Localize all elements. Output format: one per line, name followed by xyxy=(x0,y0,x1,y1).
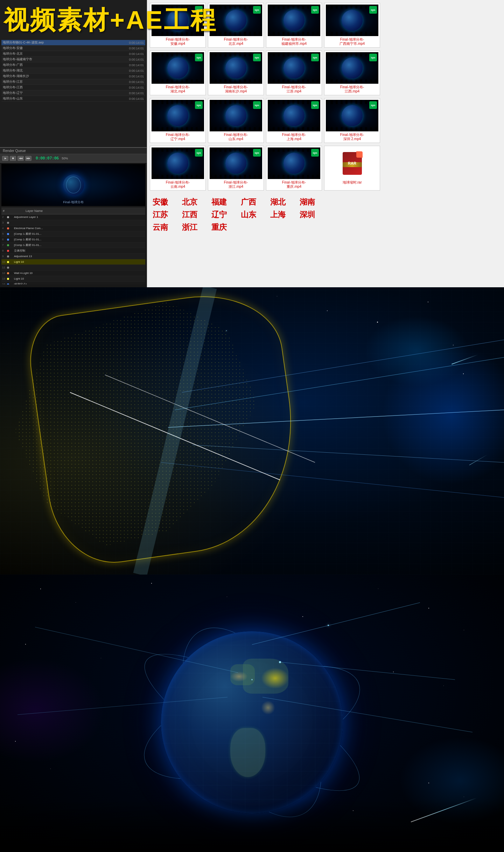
region-item: 广西 xyxy=(241,197,256,207)
file-thumb[interactable]: iqm Final-地球分布-江苏.mp4 xyxy=(266,50,322,95)
file-thumb-rar[interactable]: RAR 地球缩时.rar xyxy=(324,146,380,191)
thumb-filename: Final-地球分布-福建福州市.mp4 xyxy=(268,37,320,46)
thumb-filename: Final-地球分布-浙江.mp4 xyxy=(210,180,262,189)
thumb-img: iqm xyxy=(152,52,204,84)
regions-text: 安徽 北京 福建 广西 湖北 湖南 江苏 江西 辽宁 山东 上海 深圳 云南 浙… xyxy=(150,195,501,237)
region-item: 山东 xyxy=(241,209,256,220)
thumb-img: iqm xyxy=(210,52,262,84)
region-item: 江苏 xyxy=(153,209,168,220)
ae-layer-row[interactable]: 13 Light 10 xyxy=(1,276,145,282)
thumb-img: iqm xyxy=(268,5,320,36)
top-banner: 视频素材+AE工程 地球分布物01-C-4K-波纹.aep 0:00:14:01… xyxy=(0,0,504,287)
thumb-filename: Final-地球分布-湖北.mp4 xyxy=(152,85,204,94)
ae-layer-row[interactable]: 3 xyxy=(1,220,145,226)
file-thumb[interactable]: iqm Final-地球分布-福建福州市.mp4 xyxy=(266,3,322,48)
files-panel: iqm Final-地球分布-安徽.mp4 iqm Final-地球分布-北京.… xyxy=(147,0,504,287)
ae-file-item[interactable]: 地球分布-广西 0:00:14:01 xyxy=(1,62,145,68)
ae-layer-row[interactable]: 8 立体控制 xyxy=(1,248,145,254)
region-item: 湖南 xyxy=(300,197,315,207)
file-thumb[interactable]: iqm Final-地球分布-上海.mp4 xyxy=(266,98,322,143)
thumb-img: iqm xyxy=(210,147,262,179)
ae-file-item[interactable]: 地球分布-湖北 0:00:14:01 xyxy=(1,68,145,74)
ae-layer-row[interactable]: 2 Adjustment Layer 1 xyxy=(1,214,145,220)
file-thumb[interactable]: iqm Final-地球分布-深圳 2.mp4 xyxy=(324,98,380,143)
iqm-badge: iqm xyxy=(311,54,319,61)
ae-layer-row-highlight[interactable]: 10 Light 10 xyxy=(1,259,145,265)
iqm-badge: iqm xyxy=(253,101,261,109)
thumb-img: iqm xyxy=(326,5,378,36)
ae-layer-row[interactable]: 9 Adjustment 13 xyxy=(1,254,145,259)
file-thumb[interactable]: iqm Final-地球分布-广西南宁市.mp4 xyxy=(324,3,380,48)
file-thumb[interactable]: iqm Final-地球分布-辽宁.mp4 xyxy=(150,98,206,143)
ae-layer-row[interactable]: 16 [前期定点] xyxy=(1,282,145,284)
ae-layer-row[interactable]: 4 Electrical Flame Com... xyxy=(1,226,145,231)
thumb-img: iqm xyxy=(210,5,262,36)
ae-layer-row[interactable]: 11 xyxy=(1,265,145,270)
globe-body xyxy=(161,631,343,813)
ae-render-area: Render Queue ▶ ⏹ ◀◀ ▶▶ 0:00:07:06 50% Fi… xyxy=(0,147,147,287)
region-item: 云南 xyxy=(153,222,168,233)
region-item: 江西 xyxy=(182,209,197,220)
thumb-filename: Final-地球分布-辽宁.mp4 xyxy=(152,133,204,141)
thumb-filename: Final-地球分布-山东.mp4 xyxy=(210,133,262,141)
thumb-img: iqm xyxy=(152,147,204,179)
ae-file-item[interactable]: 地球分布-湖南长沙 0:00:14:01 xyxy=(1,74,145,79)
file-thumb[interactable]: iqm Final-地球分布-湖南长沙.mp4 xyxy=(208,50,264,95)
thumb-filename: Final-地球分布-云南.mp4 xyxy=(152,180,204,189)
file-thumb[interactable]: iqm Final-地球分布-重庆.mp4 xyxy=(266,146,322,191)
globe-full-section xyxy=(0,575,504,852)
thumb-img-rar: RAR xyxy=(326,147,378,179)
iqm-badge: iqm xyxy=(253,149,261,157)
ae-toolbar-btn[interactable]: ⏹ xyxy=(10,156,16,161)
region-item: 重庆 xyxy=(211,222,227,233)
ae-toolbar-btn[interactable]: ▶▶ xyxy=(25,156,31,161)
iqm-badge: iqm xyxy=(195,101,203,109)
thumbnails-row-2: iqm Final-地球分布-湖北.mp4 iqm Final-地球分布-湖南长… xyxy=(150,50,501,95)
ae-layer-row[interactable]: 6 [Comp 1-素材 01-01... xyxy=(1,237,145,242)
ae-comp-preview: Final-地球分布 xyxy=(1,164,145,206)
thumb-filename: Final-地球分布-深圳 2.mp4 xyxy=(326,133,378,141)
iqm-badge: iqm xyxy=(369,54,377,61)
file-thumb[interactable]: iqm Final-地球分布-山东.mp4 xyxy=(208,98,264,143)
regions-row-2: 江苏 江西 辽宁 山东 上海 深圳 xyxy=(153,209,498,220)
globe-mini-preview xyxy=(63,174,84,195)
iqm-badge: iqm xyxy=(253,6,261,14)
thumbnails-row-4: iqm Final-地球分布-云南.mp4 iqm Final-地球分布-浙江.… xyxy=(150,146,501,191)
ae-file-item[interactable]: 地球分布物01-C-4K-波纹.aep 0:00:14:01 xyxy=(1,40,145,46)
thumb-filename: Final-地球分布-安徽.mp4 xyxy=(152,37,204,46)
file-thumb[interactable]: iqm Final-地球分布-浙江.mp4 xyxy=(208,146,264,191)
banner-title: 视频素材+AE工程 xyxy=(4,4,217,37)
ae-file-item[interactable]: 地球分布-福建南宁市 0:00:14:01 xyxy=(1,57,145,62)
ae-toolbar-btn[interactable]: ▶ xyxy=(2,156,8,161)
ae-layer-row[interactable]: 12 Wall 4-Light 10 xyxy=(1,270,145,276)
thumb-filename: Final-地球分布-北京.mp4 xyxy=(210,37,262,46)
region-item: 安徽 xyxy=(153,197,168,207)
ae-file-item[interactable]: 地球分布-江苏 0:00:14:01 xyxy=(1,79,145,85)
thumb-img: iqm xyxy=(268,100,320,131)
stars-layer xyxy=(0,287,504,575)
thumb-filename: Final-地球分布-江西.mp4 xyxy=(326,85,378,94)
iqm-badge: iqm xyxy=(369,6,377,14)
ae-file-item[interactable]: 地球分布-江西 0:00:14:01 xyxy=(1,85,145,90)
ae-file-item[interactable]: 地球分布-北京 0:00:14:01 xyxy=(1,51,145,57)
thumb-img: iqm xyxy=(210,100,262,131)
ae-toolbar-btn[interactable]: ◀◀ xyxy=(18,156,24,161)
iqm-badge: iqm xyxy=(311,6,319,14)
rar-icon: RAR xyxy=(343,152,362,175)
thumb-filename: Final-地球分布-上海.mp4 xyxy=(268,133,320,141)
rar-filename: 地球缩时.rar xyxy=(326,180,378,185)
ae-timecode: 0:00:07:06 xyxy=(36,156,59,160)
ae-layer-row[interactable]: 7 [Comp 1-素材 01-01... xyxy=(1,242,145,248)
file-thumb[interactable]: iqm Final-地球分布-江西.mp4 xyxy=(324,50,380,95)
globe-closeup-section xyxy=(0,287,504,575)
thumb-filename: Final-地球分布-广西南宁市.mp4 xyxy=(326,37,378,46)
ae-file-item[interactable]: 地球分布-辽宁 0:00:14:01 xyxy=(1,90,145,96)
thumb-filename: Final-地球分布-重庆.mp4 xyxy=(268,180,320,189)
file-thumb[interactable]: iqm Final-地球分布-湖北.mp4 xyxy=(150,50,206,95)
ae-timeline-header: # Layer Name xyxy=(1,207,145,214)
ae-file-item[interactable]: 地球分布-山东 0:00:14:01 xyxy=(1,96,145,102)
ae-layer-row[interactable]: 5 [Comp 1-素材 01-01... xyxy=(1,231,145,237)
file-thumb[interactable]: iqm Final-地球分布-云南.mp4 xyxy=(150,146,206,191)
ae-file-item[interactable]: 地球分布-安徽 0:00:14:01 xyxy=(1,46,145,51)
region-item: 湖北 xyxy=(270,197,286,207)
